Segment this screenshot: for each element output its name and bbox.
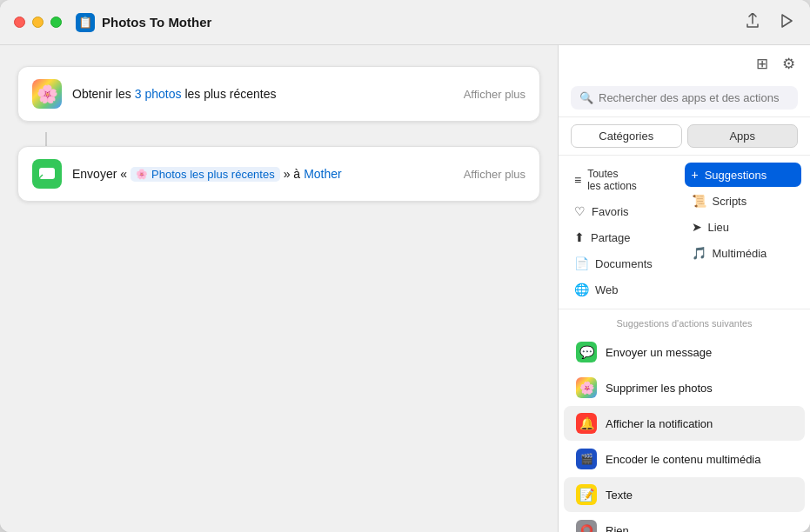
suggestions-icon: + xyxy=(692,168,699,182)
suggestions-header: Suggestions d'actions suivantes xyxy=(559,309,810,334)
maximize-button[interactable] xyxy=(50,17,62,28)
action2-content: Envoyer « 🌸 Photos les plus récentes » à… xyxy=(72,167,464,182)
window-title: Photos To Mother xyxy=(102,15,742,30)
multimedia-icon: 🎵 xyxy=(692,246,706,260)
action2-text-before: Envoyer « xyxy=(72,167,127,181)
suggestion-supprimer-photos[interactable]: 🌸 Supprimer les photos xyxy=(564,370,805,405)
close-button[interactable] xyxy=(14,17,25,28)
sidebar: ⊞ ⚙ 🔍 Catégories Apps ≡ To xyxy=(558,45,810,532)
action2-icon xyxy=(32,159,62,189)
web-icon: 🌐 xyxy=(574,283,589,296)
suggestion-envoyer-message[interactable]: 💬 Envoyer un message xyxy=(564,335,805,369)
suggestion-encoder[interactable]: 🎬 Encoder le contenu multimédia xyxy=(564,442,805,476)
main-area: 🌸 Obtenir les 3 photos les plus récentes… xyxy=(0,45,558,532)
suggestion-label-encoder: Encoder le contenu multimédia xyxy=(606,453,761,466)
action-card-1: 🌸 Obtenir les 3 photos les plus récentes… xyxy=(17,66,540,122)
sidebar-icon-2[interactable]: ⚙ xyxy=(780,52,798,76)
action1-text-after: les plus récentes xyxy=(184,87,276,101)
category-all-actions[interactable]: ≡ Toutesles actions xyxy=(567,163,685,197)
sidebar-topbar: ⊞ ⚙ xyxy=(559,45,810,76)
scripts-icon: 📜 xyxy=(692,194,706,208)
partage-icon: ⬆ xyxy=(574,230,585,244)
suggestion-icon-encoder: 🎬 xyxy=(576,449,597,469)
action2-afficher-plus[interactable]: Afficher plus xyxy=(464,168,525,181)
suggestion-rien[interactable]: ⭕ Rien xyxy=(564,513,805,532)
suggestion-label-notification: Afficher la notification xyxy=(606,417,713,430)
category-lieu-label: Lieu xyxy=(708,221,730,234)
svg-rect-0 xyxy=(39,168,55,179)
category-partage-label: Partage xyxy=(591,231,631,244)
sidebar-tabs: Catégories Apps xyxy=(559,117,810,156)
category-col-left: ≡ Toutesles actions ♡ Favoris ⬆ Partage … xyxy=(567,163,685,302)
category-all-label: Toutesles actions xyxy=(587,168,637,192)
suggestion-icon-notification: 🔔 xyxy=(576,413,597,434)
titlebar-actions xyxy=(742,10,796,36)
lieu-icon: ➤ xyxy=(692,220,702,234)
traffic-lights xyxy=(14,17,62,28)
tab-categories[interactable]: Catégories xyxy=(571,124,682,148)
category-web-label: Web xyxy=(595,283,619,296)
search-box: 🔍 xyxy=(571,86,798,110)
action1-afficher-plus[interactable]: Afficher plus xyxy=(464,88,525,101)
content-area: 🌸 Obtenir les 3 photos les plus récentes… xyxy=(0,45,810,532)
titlebar: 📋 Photos To Mother xyxy=(0,0,810,45)
category-documents-label: Documents xyxy=(595,257,653,270)
suggestion-label-supprimer: Supprimer les photos xyxy=(606,382,713,395)
suggestion-label-texte: Texte xyxy=(606,489,633,502)
search-icon: 🔍 xyxy=(579,91,593,104)
action1-content: Obtenir les 3 photos les plus récentes xyxy=(72,87,464,101)
minimize-button[interactable] xyxy=(32,17,44,28)
action2-text-pill[interactable]: 🌸 Photos les plus récentes xyxy=(131,167,280,182)
connector-line xyxy=(45,132,47,146)
action1-text-before: Obtenir les xyxy=(72,87,131,101)
suggestion-icon-texte: 📝 xyxy=(576,484,597,505)
play-button[interactable] xyxy=(777,10,796,35)
category-suggestions[interactable]: + Suggestions xyxy=(685,163,802,187)
category-scripts[interactable]: 📜 Scripts xyxy=(685,189,802,213)
suggestions-section: Suggestions d'actions suivantes 💬 Envoye… xyxy=(559,309,810,532)
category-col-right: + Suggestions 📜 Scripts ➤ Lieu 🎵 Multimé… xyxy=(685,163,802,302)
suggestion-label-rien: Rien xyxy=(606,524,629,533)
category-lieu[interactable]: ➤ Lieu xyxy=(685,215,802,239)
sidebar-icon-1[interactable]: ⊞ xyxy=(753,52,771,76)
category-scripts-label: Scripts xyxy=(713,195,747,208)
search-input[interactable] xyxy=(599,91,789,104)
category-documents[interactable]: 📄 Documents xyxy=(567,251,685,276)
all-actions-icon: ≡ xyxy=(574,173,581,187)
suggestion-label-message: Envoyer un message xyxy=(606,346,712,359)
action-card-2: Envoyer « 🌸 Photos les plus récentes » à… xyxy=(17,146,540,202)
sidebar-categories: ≡ Toutesles actions ♡ Favoris ⬆ Partage … xyxy=(559,156,810,309)
sidebar-search: 🔍 xyxy=(559,76,810,117)
app-icon: 📋 xyxy=(76,13,95,32)
documents-icon: 📄 xyxy=(574,256,589,270)
category-multimedia[interactable]: 🎵 Multimédia xyxy=(685,241,802,265)
app-window: 📋 Photos To Mother 🌸 xyxy=(0,0,810,532)
category-favoris[interactable]: ♡ Favoris xyxy=(567,199,685,223)
tab-apps[interactable]: Apps xyxy=(687,124,799,148)
category-suggestions-label: Suggestions xyxy=(705,169,767,182)
suggestion-icon-supprimer: 🌸 xyxy=(576,377,597,398)
action1-icon: 🌸 xyxy=(32,79,62,109)
category-favoris-label: Favoris xyxy=(592,205,629,218)
suggestion-texte[interactable]: 📝 Texte xyxy=(564,477,805,512)
category-multimedia-label: Multimédia xyxy=(713,247,767,260)
category-web[interactable]: 🌐 Web xyxy=(567,277,685,302)
action2-text-dest[interactable]: Mother xyxy=(304,167,342,181)
favoris-icon: ♡ xyxy=(574,204,586,218)
share-button[interactable] xyxy=(742,10,763,36)
category-partage[interactable]: ⬆ Partage xyxy=(567,225,685,249)
suggestion-icon-message: 💬 xyxy=(576,342,597,362)
action2-text-middle: » à xyxy=(284,167,300,181)
suggestion-icon-rien: ⭕ xyxy=(576,520,597,532)
action1-text-blue[interactable]: 3 photos xyxy=(135,87,182,101)
suggestion-afficher-notification[interactable]: 🔔 Afficher la notification xyxy=(564,406,805,441)
